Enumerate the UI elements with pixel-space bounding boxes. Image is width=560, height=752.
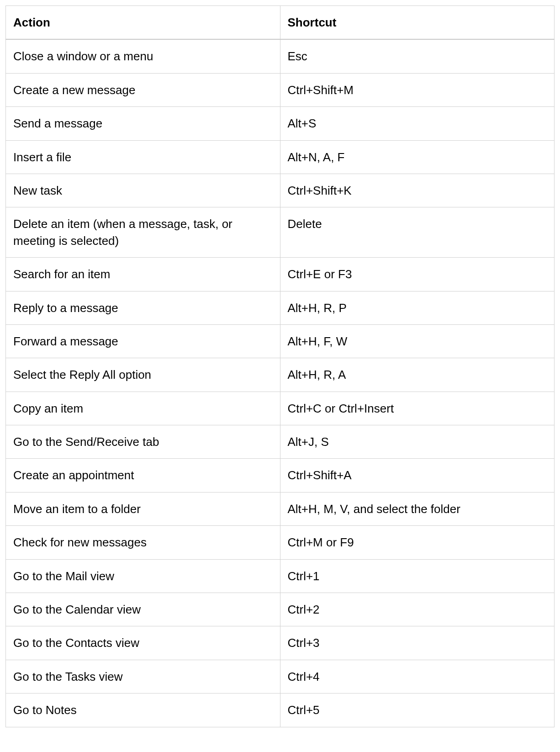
shortcuts-table: Action Shortcut Close a window or a menu… (5, 5, 555, 727)
cell-action: Go to the Calendar view (6, 593, 280, 626)
cell-action: Reply to a message (6, 291, 280, 324)
table-header-row: Action Shortcut (6, 6, 555, 40)
table-row: Go to the Mail view Ctrl+1 (6, 559, 555, 593)
cell-shortcut: Alt+H, M, V, and select the folder (280, 492, 555, 525)
cell-shortcut: Ctrl+Shift+K (280, 174, 555, 207)
table-row: Create an appointment Ctrl+Shift+A (6, 459, 555, 492)
table-body: Close a window or a menu Esc Create a ne… (6, 39, 555, 727)
cell-action: Create an appointment (6, 459, 280, 492)
table-row: Go to the Tasks view Ctrl+4 (6, 660, 555, 693)
table-row: Insert a file Alt+N, A, F (6, 140, 555, 174)
cell-shortcut: Alt+S (280, 107, 555, 140)
cell-shortcut: Ctrl+M or F9 (280, 526, 555, 559)
header-shortcut: Shortcut (280, 6, 555, 40)
cell-action: Forward a message (6, 324, 280, 358)
cell-shortcut: Ctrl+4 (280, 660, 555, 693)
cell-action: Insert a file (6, 140, 280, 174)
table-row: Go to Notes Ctrl+5 (6, 694, 555, 727)
table-row: Move an item to a folder Alt+H, M, V, an… (6, 492, 555, 525)
cell-shortcut: Ctrl+Shift+M (280, 73, 555, 106)
cell-action: Go to the Tasks view (6, 660, 280, 693)
table-row: Search for an item Ctrl+E or F3 (6, 258, 555, 291)
table-row: Go to the Calendar view Ctrl+2 (6, 593, 555, 626)
cell-action: Go to the Contacts view (6, 626, 280, 660)
table-row: Go to the Send/Receive tab Alt+J, S (6, 425, 555, 459)
cell-shortcut: Ctrl+Shift+A (280, 459, 555, 492)
cell-action: Go to the Mail view (6, 559, 280, 593)
cell-shortcut: Ctrl+E or F3 (280, 258, 555, 291)
cell-action: Move an item to a folder (6, 492, 280, 525)
table-row: Forward a message Alt+H, F, W (6, 324, 555, 358)
cell-action: Delete an item (when a message, task, or… (6, 207, 280, 258)
table-row: Select the Reply All option Alt+H, R, A (6, 358, 555, 392)
cell-action: Go to Notes (6, 694, 280, 727)
cell-shortcut: Alt+H, R, P (280, 291, 555, 324)
cell-action: Create a new message (6, 73, 280, 106)
cell-shortcut: Alt+H, R, A (280, 358, 555, 392)
cell-shortcut: Alt+N, A, F (280, 140, 555, 174)
cell-shortcut: Ctrl+C or Ctrl+Insert (280, 392, 555, 425)
table-row: Send a message Alt+S (6, 107, 555, 140)
table-row: Copy an item Ctrl+C or Ctrl+Insert (6, 392, 555, 425)
table-row: New task Ctrl+Shift+K (6, 174, 555, 207)
table-row: Delete an item (when a message, task, or… (6, 207, 555, 258)
cell-shortcut: Ctrl+5 (280, 694, 555, 727)
table-row: Reply to a message Alt+H, R, P (6, 291, 555, 324)
cell-action: Close a window or a menu (6, 39, 280, 73)
table-row: Check for new messages Ctrl+M or F9 (6, 526, 555, 559)
cell-shortcut: Esc (280, 39, 555, 73)
cell-shortcut: Ctrl+3 (280, 626, 555, 660)
cell-shortcut: Alt+H, F, W (280, 324, 555, 358)
cell-action: Search for an item (6, 258, 280, 291)
cell-action: Go to the Send/Receive tab (6, 425, 280, 459)
table-row: Close a window or a menu Esc (6, 39, 555, 73)
cell-action: Check for new messages (6, 526, 280, 559)
cell-action: Select the Reply All option (6, 358, 280, 392)
cell-shortcut: Alt+J, S (280, 425, 555, 459)
cell-shortcut: Ctrl+1 (280, 559, 555, 593)
cell-action: Send a message (6, 107, 280, 140)
cell-action: Copy an item (6, 392, 280, 425)
header-action: Action (6, 6, 280, 40)
cell-action: New task (6, 174, 280, 207)
table-row: Create a new message Ctrl+Shift+M (6, 73, 555, 106)
cell-shortcut: Delete (280, 207, 555, 258)
table-row: Go to the Contacts view Ctrl+3 (6, 626, 555, 660)
cell-shortcut: Ctrl+2 (280, 593, 555, 626)
